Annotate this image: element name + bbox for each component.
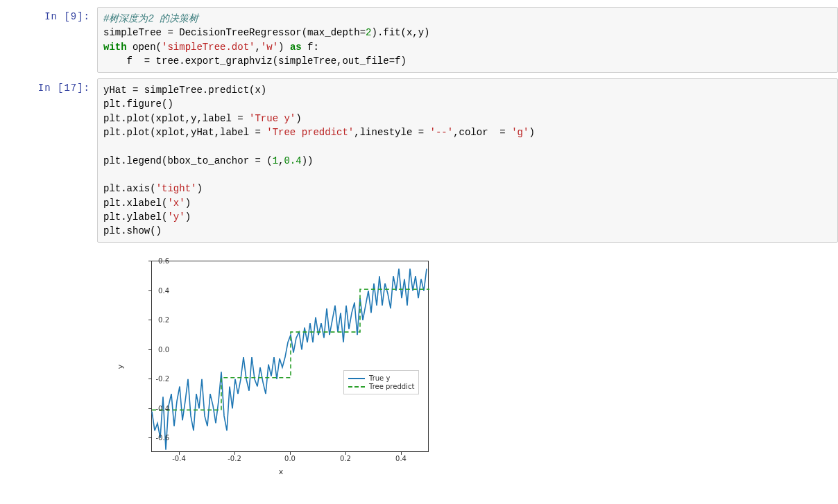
code-cell: In [9]: #树深度为2 的决策树simpleTree = Decision… bbox=[0, 7, 838, 73]
xlabel: x bbox=[279, 467, 284, 476]
legend-entry: Tree preddict bbox=[348, 383, 414, 390]
input-prompt: In [9]: bbox=[0, 7, 97, 22]
series-true-y bbox=[152, 269, 427, 450]
legend-line-icon bbox=[348, 378, 365, 379]
xtick-label: -0.2 bbox=[221, 455, 248, 462]
xtick-label: 0.0 bbox=[276, 455, 304, 462]
ytick-label: 0.6 bbox=[142, 257, 169, 265]
plot-canvas bbox=[152, 261, 429, 453]
legend-label: Tree preddict bbox=[369, 383, 414, 390]
code-cell: In [17]: yHat = simpleTree.predict(x)plt… bbox=[0, 78, 838, 243]
ylabel: y bbox=[116, 365, 125, 370]
ytick-label: 0.0 bbox=[142, 345, 169, 353]
output-prompt bbox=[0, 248, 97, 252]
figure-output: y x True yTree preddict -0.6-0.4-0.20.00… bbox=[97, 248, 838, 481]
legend-label: True y bbox=[369, 374, 390, 382]
code-input[interactable]: #树深度为2 的决策树simpleTree = DecisionTreeRegr… bbox=[97, 7, 838, 73]
xtick-label: 0.2 bbox=[332, 455, 359, 462]
input-prompt: In [17]: bbox=[0, 78, 97, 94]
ytick-label: -0.4 bbox=[142, 404, 169, 412]
code-input[interactable]: yHat = simpleTree.predict(x)plt.figure()… bbox=[97, 78, 838, 243]
legend-entry: True y bbox=[348, 374, 414, 382]
legend: True yTree preddict bbox=[343, 370, 419, 394]
ytick-label: -0.2 bbox=[142, 375, 169, 383]
axes bbox=[151, 261, 429, 452]
xtick-label: -0.4 bbox=[165, 455, 193, 462]
legend-line-icon bbox=[348, 386, 365, 388]
ytick-label: 0.2 bbox=[142, 316, 169, 324]
ytick-label: -0.6 bbox=[142, 434, 169, 442]
matplotlib-figure: y x True yTree preddict -0.6-0.4-0.20.00… bbox=[111, 252, 451, 481]
output-cell: y x True yTree preddict -0.6-0.4-0.20.00… bbox=[0, 248, 838, 481]
ytick-label: 0.4 bbox=[142, 286, 169, 294]
xtick-label: 0.4 bbox=[387, 455, 415, 462]
